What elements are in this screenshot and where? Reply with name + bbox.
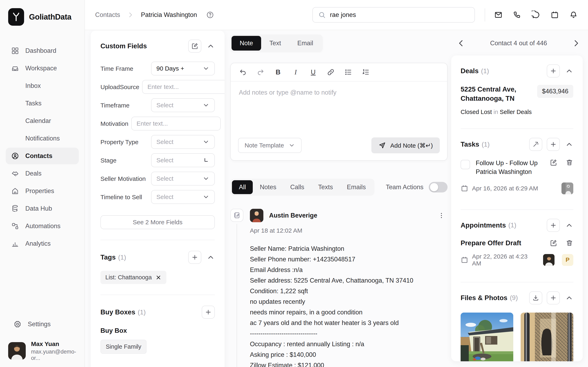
- task-title: Follow Up - Follow Up Patricia Washingto…: [476, 159, 546, 176]
- sidebar-item-deals[interactable]: Deals: [6, 165, 79, 182]
- seller-motivation-select[interactable]: Select: [151, 172, 215, 185]
- note-input[interactable]: Add notes or type @name to notify: [231, 82, 447, 133]
- help-circle-icon[interactable]: [206, 11, 214, 19]
- activity-feed: Austin Beverige Apr 18 at 12:02 AM Selle…: [230, 209, 448, 367]
- team-actions-toggle[interactable]: [429, 182, 448, 192]
- sidebar-item-workspace[interactable]: Workspace: [6, 60, 79, 77]
- undo-icon[interactable]: [239, 68, 247, 76]
- sidebar-item-analytics[interactable]: Analytics: [6, 235, 79, 252]
- deals-section: Deals (1) 5225 Central Ave, Chattanooga,…: [461, 64, 573, 115]
- sidebar-item-settings[interactable]: Settings: [0, 316, 85, 332]
- bullet-list-icon[interactable]: [344, 68, 352, 76]
- mail-icon[interactable]: [494, 11, 503, 19]
- add-task-button[interactable]: [547, 138, 560, 151]
- tab-email[interactable]: Email: [289, 36, 321, 50]
- divider: [100, 240, 215, 240]
- uploadsource-input[interactable]: [142, 80, 225, 94]
- add-appointment-button[interactable]: [547, 219, 560, 232]
- photo-thumbnail-fence[interactable]: [521, 313, 573, 361]
- task-checkbox[interactable]: [461, 160, 470, 169]
- add-file-button[interactable]: [547, 291, 560, 304]
- phone-icon[interactable]: [513, 11, 521, 19]
- user-menu[interactable]: Max Yuan max.yuan@demo-or...: [0, 341, 85, 361]
- wand-icon[interactable]: [529, 138, 542, 151]
- contact-side-card: Deals (1) 5225 Central Ave, Chattanooga,…: [451, 55, 583, 361]
- add-buy-box-button[interactable]: [202, 306, 215, 319]
- filter-texts[interactable]: Texts: [311, 180, 340, 194]
- edit-square-icon[interactable]: [550, 159, 557, 176]
- sidebar-item-data-hub[interactable]: Data Hub: [6, 200, 79, 217]
- task-assignee-avatar: [562, 183, 573, 194]
- filter-all[interactable]: All: [232, 180, 253, 194]
- property-type-select[interactable]: Select: [151, 135, 215, 149]
- trash-icon[interactable]: [566, 239, 573, 247]
- search-input[interactable]: [330, 11, 469, 18]
- collapse-tags-icon[interactable]: [207, 253, 215, 261]
- timeframe-select[interactable]: Select: [151, 98, 215, 112]
- calendar-icon[interactable]: [550, 11, 559, 19]
- files-section: Files & Photos (9): [461, 291, 573, 361]
- stage-select[interactable]: Select: [151, 153, 215, 167]
- sidebar-item-dashboard[interactable]: Dashboard: [6, 42, 79, 59]
- contact-pager-label: Contact 4 out of 446: [466, 40, 572, 47]
- sidebar-item-contacts[interactable]: Contacts: [6, 148, 79, 164]
- timeline-to-sell-select[interactable]: Select: [151, 190, 215, 204]
- collapse-tasks-icon[interactable]: [565, 140, 573, 149]
- download-icon[interactable]: [529, 291, 542, 304]
- collapse-custom-fields-icon[interactable]: [207, 42, 215, 50]
- sidebar-item-calendar[interactable]: Calendar: [6, 113, 79, 129]
- tab-note[interactable]: Note: [232, 36, 261, 50]
- sidebar-item-notifications[interactable]: Notifications: [6, 130, 79, 147]
- sidebar-item-automations[interactable]: Automations: [6, 218, 79, 234]
- collapse-appointments-icon[interactable]: [565, 221, 573, 229]
- close-x-icon[interactable]: [155, 275, 162, 281]
- underline-icon[interactable]: U: [309, 68, 317, 76]
- numbered-list-icon[interactable]: [362, 68, 370, 76]
- deal-item[interactable]: 5225 Central Ave, Chattanooga, TN $463,9…: [461, 85, 573, 103]
- add-deal-button[interactable]: [547, 64, 560, 77]
- add-note-button[interactable]: Add Note (⌘↵): [371, 137, 440, 153]
- photo-thumbnail-house[interactable]: [461, 313, 513, 361]
- note-timestamp: Apr 18 at 12:02 AM: [250, 227, 448, 234]
- buy-box-chip[interactable]: Single Family: [100, 340, 147, 354]
- appointments-title: Appointments: [461, 221, 506, 229]
- collapse-deals-icon[interactable]: [565, 67, 573, 75]
- bell-icon[interactable]: [569, 11, 578, 19]
- collapse-files-icon[interactable]: [565, 294, 573, 302]
- add-tag-button[interactable]: [188, 251, 201, 264]
- task-due: Apr 16, 2026 at 6:29 AM: [472, 185, 538, 192]
- main-content: Custom Fields Time Frame 90 Days + Uploa…: [85, 30, 588, 367]
- author-avatar: [250, 209, 263, 222]
- filter-notes[interactable]: Notes: [253, 180, 283, 194]
- divider: [100, 295, 215, 295]
- sidebar-item-properties[interactable]: Properties: [6, 183, 79, 200]
- note-template-button[interactable]: Note Template: [238, 138, 302, 153]
- files-title: Files & Photos: [461, 294, 507, 302]
- sidebar-item-tasks[interactable]: Tasks: [6, 95, 79, 112]
- brand[interactable]: GoliathData: [0, 0, 85, 28]
- time-frame-select[interactable]: 90 Days +: [151, 62, 215, 75]
- filter-emails[interactable]: Emails: [340, 180, 373, 194]
- italic-icon[interactable]: I: [292, 68, 300, 76]
- global-search[interactable]: [312, 7, 475, 23]
- see-more-fields-button[interactable]: See 2 More Fields: [100, 215, 215, 229]
- edit-square-icon[interactable]: [550, 239, 557, 247]
- bold-icon[interactable]: B: [274, 68, 282, 76]
- appointment-title: Prepare Offer Draft: [461, 239, 546, 247]
- topbar-divider: [485, 8, 485, 21]
- sidebar-item-inbox[interactable]: Inbox: [6, 77, 79, 94]
- trash-icon[interactable]: [566, 159, 573, 176]
- chevron-right-icon[interactable]: [572, 39, 581, 48]
- task-item: Follow Up - Follow Up Patricia Washingto…: [461, 159, 573, 176]
- redo-icon[interactable]: [256, 68, 265, 76]
- filter-calls[interactable]: Calls: [283, 180, 311, 194]
- kebab-icon[interactable]: [435, 209, 448, 222]
- tag-chip[interactable]: List: Chattanooga: [100, 271, 166, 284]
- tab-text[interactable]: Text: [261, 36, 289, 50]
- link-icon[interactable]: [327, 68, 335, 76]
- chat-icon[interactable]: [532, 11, 540, 19]
- chevron-left-icon[interactable]: [457, 39, 466, 48]
- edit-custom-fields-button[interactable]: [188, 40, 201, 53]
- motivation-input[interactable]: [131, 117, 221, 131]
- breadcrumb-contacts[interactable]: Contacts: [95, 11, 120, 18]
